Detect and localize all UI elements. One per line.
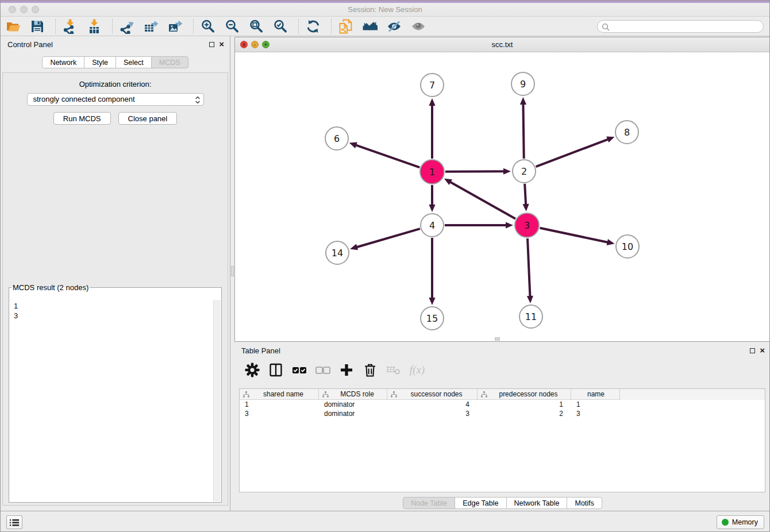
function-builder-icon[interactable]: f(x) — [410, 363, 425, 377]
graph-edges — [349, 97, 615, 305]
result-line: 3 — [14, 311, 209, 321]
criterion-select[interactable]: strongly connected component — [27, 93, 204, 106]
canvas-resize-handle[interactable] — [495, 337, 500, 341]
settings-gear-icon[interactable] — [245, 363, 260, 377]
optimization-criterion-label: Optimization criterion: — [3, 80, 228, 88]
result-scrollbar[interactable] — [213, 300, 221, 502]
select-all-columns-icon[interactable] — [292, 363, 307, 377]
graph-node-10[interactable]: 10 — [616, 235, 639, 258]
graphics-details-icon[interactable] — [387, 19, 402, 34]
network-window-title: scc.txt — [235, 37, 769, 52]
column-header-predecessor-nodes[interactable]: predecessor nodes — [478, 389, 571, 400]
graph-node-14[interactable]: 14 — [326, 241, 349, 264]
export-network-icon[interactable] — [120, 19, 134, 34]
graph-node-1[interactable]: 1 — [420, 160, 444, 184]
node-label: 3 — [524, 220, 530, 231]
toolbar-separator — [331, 19, 332, 34]
graph-node-4[interactable]: 4 — [421, 214, 444, 237]
table-panel-title: Table Panel — [241, 342, 280, 358]
network-canvas[interactable]: 7968124314101511 — [235, 52, 769, 341]
unselect-all-columns-icon[interactable] — [315, 363, 330, 377]
table-cell: 3 — [240, 410, 319, 418]
close-table-panel-icon[interactable]: × — [760, 347, 765, 354]
column-header-MCDS-role[interactable]: MCDS role — [319, 389, 387, 400]
show-hide-eye-icon[interactable] — [411, 19, 426, 34]
title-bar: Session: New Session — [1, 1, 769, 17]
zoom-fit-icon[interactable] — [249, 19, 264, 34]
column-label: name — [575, 390, 617, 398]
graph-node-2[interactable]: 2 — [513, 160, 536, 183]
table-row[interactable]: 3dominator323 — [240, 409, 765, 418]
table-tab-edge-table[interactable]: Edge Table — [455, 497, 506, 509]
network-view-window: x - + scc.txt 7968124314101511 — [234, 37, 770, 342]
new-network-from-selection-icon[interactable] — [338, 19, 353, 34]
table-header-row: shared nameMCDS rolesuccessor nodesprede… — [240, 389, 765, 400]
column-label: predecessor nodes — [488, 390, 568, 398]
table-panel: Table Panel × f(x) shared nameMCDS roles… — [234, 342, 770, 511]
column-label: successor nodes — [398, 390, 475, 398]
table-cell: dominator — [319, 400, 387, 408]
search-input[interactable] — [611, 21, 759, 32]
export-table-icon[interactable] — [144, 19, 159, 34]
graph-node-11[interactable]: 11 — [519, 305, 542, 328]
search-icon — [602, 23, 610, 31]
table-row[interactable]: 1dominator411 — [240, 400, 765, 409]
tab-select[interactable]: Select — [116, 56, 152, 68]
delete-table-icon[interactable] — [386, 363, 401, 377]
graph-node-8[interactable]: 8 — [615, 121, 638, 144]
graph-node-6[interactable]: 6 — [325, 127, 348, 150]
mcds-result-text: 13 — [10, 300, 213, 502]
open-folder-icon[interactable] — [6, 19, 21, 34]
graph-node-9[interactable]: 9 — [511, 72, 534, 95]
network-window-titlebar[interactable]: x - + scc.txt — [235, 37, 769, 52]
zoom-in-icon[interactable] — [201, 19, 215, 34]
tab-network[interactable]: Network — [42, 56, 84, 68]
save-session-icon[interactable] — [30, 19, 45, 34]
table-tab-node-table[interactable]: Node Table — [403, 497, 455, 509]
node-label: 9 — [520, 79, 526, 90]
import-network-icon[interactable] — [63, 19, 78, 34]
split-columns-icon[interactable] — [268, 363, 283, 377]
apps-home-icon[interactable] — [363, 19, 378, 34]
column-header-successor-nodes[interactable]: successor nodes — [387, 389, 478, 400]
export-image-icon[interactable] — [168, 19, 183, 34]
close-panel-button[interactable]: Close panel — [118, 112, 178, 125]
table-cell: 1 — [571, 400, 620, 408]
add-column-icon[interactable] — [339, 363, 354, 377]
node-table: shared nameMCDS rolesuccessor nodesprede… — [239, 388, 765, 492]
network-graph: 7968124314101511 — [235, 52, 769, 341]
tab-mcds[interactable]: MCDS — [151, 56, 188, 68]
refresh-view-icon[interactable] — [306, 19, 321, 34]
tree-icon — [322, 391, 330, 398]
task-history-button[interactable] — [6, 515, 22, 529]
graph-node-7[interactable]: 7 — [421, 74, 444, 97]
table-body: 1dominator4113dominator323 — [240, 400, 765, 418]
table-cell: 2 — [478, 410, 571, 418]
panel-splitter-handle[interactable] — [231, 266, 234, 276]
toolbar-separator — [298, 19, 299, 34]
zoom-selected-icon[interactable] — [273, 19, 288, 34]
node-label: 6 — [334, 133, 340, 144]
run-mcds-button[interactable]: Run MCDS — [53, 112, 111, 125]
float-table-panel-icon[interactable] — [750, 348, 755, 353]
import-table-icon[interactable] — [87, 19, 102, 34]
node-label: 2 — [521, 166, 527, 177]
table-tab-motifs[interactable]: Motifs — [567, 497, 602, 509]
column-header-name[interactable]: name — [571, 389, 620, 400]
close-panel-icon[interactable]: × — [219, 41, 224, 48]
column-header-shared-name[interactable]: shared name — [240, 389, 319, 400]
toolbar-separator — [112, 19, 113, 34]
table-toolbar: f(x) — [245, 363, 425, 377]
graph-node-15[interactable]: 15 — [421, 307, 444, 330]
memory-button[interactable]: Memory — [717, 515, 764, 529]
search-box[interactable] — [597, 20, 764, 33]
table-cell: 1 — [240, 400, 319, 408]
status-bar: Memory — [1, 511, 769, 531]
table-tab-network-table[interactable]: Network Table — [506, 497, 568, 509]
column-label: MCDS role — [330, 390, 384, 398]
float-panel-icon[interactable] — [209, 42, 214, 47]
zoom-out-icon[interactable] — [225, 19, 240, 34]
tab-style[interactable]: Style — [84, 56, 116, 68]
delete-column-icon[interactable] — [363, 363, 378, 377]
graph-node-3[interactable]: 3 — [515, 213, 539, 237]
